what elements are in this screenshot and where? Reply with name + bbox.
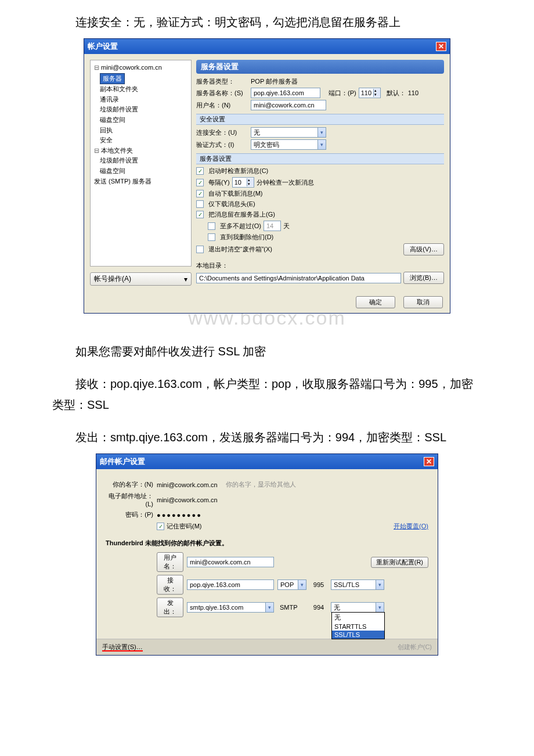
tree-item-junk2[interactable]: 垃圾邮件设置 xyxy=(92,156,190,166)
account-settings-window: 帐户设置 ✕ mini@cowork.com.cn 服务器 副本和文件夹 通讯录… xyxy=(84,38,450,314)
account-operations-label: 帐号操作(A) xyxy=(94,274,131,284)
cancel-button[interactable]: 取消 xyxy=(403,296,443,308)
incoming-label-box: 接收： xyxy=(157,575,183,595)
ssl-option-none[interactable]: 无 xyxy=(332,613,384,622)
advanced-button[interactable]: 高级(V)… xyxy=(403,243,444,255)
check-headers-only-label: 仅下载消息头(E) xyxy=(208,200,255,208)
at-most-days-input xyxy=(264,221,281,231)
tree-item-disk2[interactable]: 磁盘空间 xyxy=(92,166,190,177)
check-startup[interactable] xyxy=(196,167,204,175)
username-input[interactable] xyxy=(251,100,326,110)
tree-item-contacts[interactable]: 通讯录 xyxy=(92,95,190,105)
name-hint: 你的名字，显示给其他人 xyxy=(226,480,296,489)
tree-item-security[interactable]: 安全 xyxy=(92,135,190,146)
security-settings-header: 安全设置 xyxy=(196,114,444,125)
ssl-option-starttls[interactable]: STARTTLS xyxy=(332,622,384,631)
incoming-ssl-select[interactable]: SSL/TLS ▾ xyxy=(331,579,384,590)
server-settings-header: 服务器设置 xyxy=(196,60,444,74)
check-until-delete[interactable] xyxy=(208,233,215,241)
default-value: 110 xyxy=(408,89,418,96)
dialog-buttons-2: 手动设置(S)… 创建帐户(C) xyxy=(96,639,438,655)
check-at-most-post: 天 xyxy=(283,222,290,231)
close-icon[interactable]: ✕ xyxy=(424,457,434,466)
outgoing-port: 994 xyxy=(310,604,327,611)
ok-button[interactable]: 确定 xyxy=(356,296,395,308)
chevron-down-icon: ▾ xyxy=(317,140,326,149)
tree-item-server[interactable]: 服务器 xyxy=(100,73,125,85)
instruction-line-4: 发出：smtp.qiye.163.com，发送服务器端口号为：994，加密类型：… xyxy=(52,427,482,448)
retest-button[interactable]: 重新测试配置(R) xyxy=(371,557,428,568)
check-every[interactable] xyxy=(196,179,204,186)
outgoing-server-select[interactable]: smtp.qiye.163.com ▾ xyxy=(187,602,274,613)
check-at-most[interactable] xyxy=(208,222,215,230)
outgoing-ssl-select[interactable]: 无 ▾ 无 STARTTLS SSL/TLS xyxy=(331,602,384,613)
ssl-option-ssltls[interactable]: SSL/TLS xyxy=(332,631,384,639)
titlebar-2: 邮件帐户设置 ✕ xyxy=(96,454,438,469)
server-settings-panel: 服务器设置 服务器类型： POP 邮件服务器 服务器名称：(S) 端口：(P) … xyxy=(196,60,444,286)
instruction-line-2: 如果您需要对邮件收发进行 SSL 加密 xyxy=(52,341,482,362)
incoming-server-input[interactable] xyxy=(187,579,274,590)
auth-method-label: 验证方式：(I) xyxy=(196,141,248,149)
username-label: 用户名：(N) xyxy=(196,101,248,110)
name-label: 你的名字：(N) xyxy=(106,480,153,489)
error-message: Thunderbird 未能找到你的邮件帐户设置。 xyxy=(106,539,428,548)
spinner-arrows-icon[interactable]: ▲▼ xyxy=(373,89,380,97)
tree-item-smtp[interactable]: 发送 (SMTP) 服务器 xyxy=(92,177,190,187)
outgoing-protocol: SMTP xyxy=(277,604,306,611)
local-dir-label: 本地目录： xyxy=(196,261,228,270)
account-tree[interactable]: mini@cowork.com.cn 服务器 副本和文件夹 通讯录 垃圾邮件设置… xyxy=(90,60,192,267)
titlebar-1: 帐户设置 ✕ xyxy=(84,39,450,54)
tree-item-receipt[interactable]: 回执 xyxy=(92,125,190,136)
outgoing-server-value: smtp.qiye.163.com xyxy=(190,604,243,611)
server-name-input[interactable] xyxy=(251,88,320,98)
tree-item-disk[interactable]: 磁盘空间 xyxy=(92,115,190,125)
check-leave-on-server[interactable] xyxy=(196,211,204,218)
password-value: ●●●●●●●●● xyxy=(157,512,202,519)
password-label: 密码：(P) xyxy=(106,510,153,519)
check-empty-trash-label: 退出时清空“废件箱”(X) xyxy=(208,245,272,254)
check-every-post: 分钟检查一次新消息 xyxy=(257,178,314,187)
username-input-2[interactable] xyxy=(187,557,274,567)
auth-method-select[interactable]: 明文密码 ▾ xyxy=(251,139,326,150)
browse-button[interactable]: 浏览(B)… xyxy=(403,272,444,284)
interval-spinner[interactable]: 10 ▲▼ xyxy=(232,177,254,188)
check-leave-on-server-label: 把消息留在服务器上(G) xyxy=(208,210,275,219)
interval-value: 10 xyxy=(234,179,241,186)
check-startup-label: 启动时检查新消息(C) xyxy=(208,167,268,175)
check-every-pre: 每隔(Y) xyxy=(208,178,230,187)
mail-account-setup-window: 邮件帐户设置 ✕ 你的名字：(N) mini@cowork.com.cn 你的名… xyxy=(96,453,438,656)
window-title-2: 邮件帐户设置 xyxy=(100,456,145,467)
incoming-protocol-select[interactable]: POP ▾ xyxy=(277,579,306,590)
account-operations-button[interactable]: 帐号操作(A) ▾ xyxy=(90,272,192,286)
check-at-most-pre: 至多不超过(O) xyxy=(220,222,261,231)
chevron-down-icon: ▾ xyxy=(317,128,326,137)
port-spinner[interactable]: 110 ▲▼ xyxy=(359,88,381,98)
tree-account-root[interactable]: mini@cowork.com.cn xyxy=(92,63,190,73)
remember-password-check[interactable] xyxy=(157,523,164,530)
remember-password-label: 记住密码(M) xyxy=(167,522,202,531)
local-dir-input[interactable] xyxy=(196,273,401,283)
check-headers-only[interactable] xyxy=(196,200,204,208)
server-name-label: 服务器名称：(S) xyxy=(196,89,248,98)
server-type-label: 服务器类型： xyxy=(196,77,248,86)
instruction-line-3: 接收：pop.qiye.163.com，帐户类型：pop，收取服务器端口号为：9… xyxy=(52,373,482,415)
connection-security-select[interactable]: 无 ▾ xyxy=(251,127,326,138)
check-auto-download[interactable] xyxy=(196,190,204,197)
chevron-down-icon: ▾ xyxy=(376,603,384,612)
email-value: mini@cowork.com.cn xyxy=(157,496,218,503)
start-over-link[interactable]: 开始覆盖(O) xyxy=(394,522,428,531)
tree-item-junk[interactable]: 垃圾邮件设置 xyxy=(92,105,190,115)
connection-security-value: 无 xyxy=(254,128,260,137)
check-auto-download-label: 自动下载新消息(M) xyxy=(208,189,263,198)
incoming-protocol-value: POP xyxy=(280,581,294,588)
ssl-dropdown-list[interactable]: 无 STARTTLS SSL/TLS xyxy=(331,612,385,639)
spinner-arrows-icon[interactable]: ▲▼ xyxy=(247,178,254,186)
check-until-delete-label: 直到我删除他们(D) xyxy=(220,233,273,242)
create-account-button: 创建帐户(C) xyxy=(398,643,432,651)
tree-item-copies[interactable]: 副本和文件夹 xyxy=(92,84,190,95)
manual-setup-button[interactable]: 手动设置(S)… xyxy=(102,643,143,651)
close-icon[interactable]: ✕ xyxy=(436,42,446,51)
chevron-down-icon: ▾ xyxy=(265,603,273,612)
check-empty-trash[interactable] xyxy=(196,246,204,253)
tree-local-root[interactable]: 本地文件夹 xyxy=(92,146,190,156)
